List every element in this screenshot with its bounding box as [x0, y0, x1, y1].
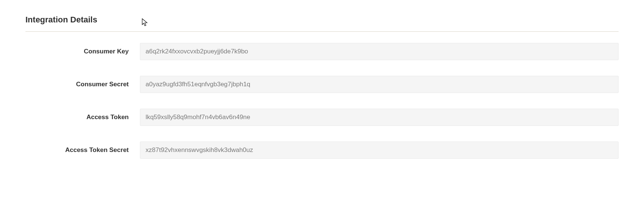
consumer-key-row: Consumer Key: [25, 43, 619, 60]
consumer-secret-label: Consumer Secret: [25, 81, 140, 88]
access-token-secret-row: Access Token Secret: [25, 142, 619, 159]
access-token-row: Access Token: [25, 109, 619, 126]
access-token-input[interactable]: [140, 109, 619, 126]
consumer-secret-row: Consumer Secret: [25, 76, 619, 93]
section-title: Integration Details: [25, 15, 619, 32]
access-token-label: Access Token: [25, 114, 140, 121]
integration-details-section: Integration Details Consumer Key Consume…: [25, 15, 619, 159]
access-token-secret-input[interactable]: [140, 142, 619, 159]
consumer-secret-input[interactable]: [140, 76, 619, 93]
consumer-key-input[interactable]: [140, 43, 619, 60]
access-token-secret-label: Access Token Secret: [25, 146, 140, 154]
consumer-key-label: Consumer Key: [25, 48, 140, 55]
